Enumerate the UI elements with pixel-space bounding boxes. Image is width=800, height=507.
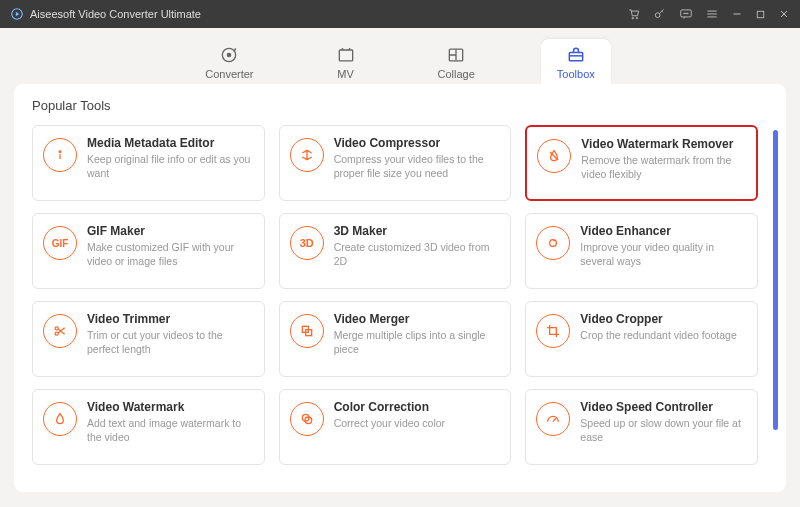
tool-title: Video Enhancer	[580, 224, 745, 238]
tool-video-compressor[interactable]: Video CompressorCompress your video file…	[279, 125, 512, 201]
3d-icon: 3D	[290, 226, 324, 260]
tab-converter[interactable]: Converter	[189, 39, 269, 84]
tools-panel: Popular Tools Media Metadata EditorKeep …	[14, 84, 786, 492]
tool-title: Color Correction	[334, 400, 445, 414]
info-icon	[43, 138, 77, 172]
compress-icon	[290, 138, 324, 172]
tool-title: Video Watermark	[87, 400, 252, 414]
section-title: Popular Tools	[32, 98, 768, 113]
merge-icon	[290, 314, 324, 348]
tool-video-merger[interactable]: Video MergerMerge multiple clips into a …	[279, 301, 512, 377]
gif-icon: GIF	[43, 226, 77, 260]
svg-point-6	[686, 13, 687, 14]
tool-desc: Compress your video files to the proper …	[334, 152, 499, 180]
tool-video-watermark-remover[interactable]: Video Watermark RemoverRemove the waterm…	[525, 125, 758, 201]
tab-collage[interactable]: Collage	[422, 39, 491, 84]
tool-desc: Correct your video color	[334, 416, 445, 430]
crop-icon	[536, 314, 570, 348]
svg-point-15	[550, 240, 557, 247]
minimize-icon[interactable]	[731, 8, 743, 20]
tool-color-correction[interactable]: Color CorrectionCorrect your video color	[279, 389, 512, 465]
tool-video-enhancer[interactable]: Video EnhancerImprove your video quality…	[525, 213, 758, 289]
tab-mv[interactable]: MV	[320, 39, 372, 84]
close-icon[interactable]	[778, 8, 790, 20]
svg-point-10	[228, 53, 231, 56]
tool-title: Video Merger	[334, 312, 499, 326]
key-icon[interactable]	[653, 7, 667, 21]
tool-3d-maker[interactable]: 3D 3D MakerCreate customized 3D video fr…	[279, 213, 512, 289]
tool-video-speed-controller[interactable]: Video Speed ControllerSpeed up or slow d…	[525, 389, 758, 465]
svg-point-14	[59, 151, 61, 153]
tool-desc: Remove the watermark from the video flex…	[581, 153, 744, 181]
tool-desc: Keep original file info or edit as you w…	[87, 152, 252, 180]
svg-point-7	[687, 13, 688, 14]
tool-desc: Add text and image watermark to the vide…	[87, 416, 252, 444]
tool-desc: Improve your video quality in several wa…	[580, 240, 745, 268]
tool-video-watermark[interactable]: Video WatermarkAdd text and image waterm…	[32, 389, 265, 465]
tool-title: Media Metadata Editor	[87, 136, 252, 150]
tool-title: Video Speed Controller	[580, 400, 745, 414]
feedback-icon[interactable]	[679, 7, 693, 21]
droplet-icon	[43, 402, 77, 436]
menu-icon[interactable]	[705, 7, 719, 21]
scrollbar-thumb[interactable]	[773, 130, 778, 430]
tab-label: Collage	[438, 68, 475, 80]
gauge-icon	[536, 402, 570, 436]
app-logo-icon	[10, 7, 24, 21]
tool-video-trimmer[interactable]: Video TrimmerTrim or cut your videos to …	[32, 301, 265, 377]
main-tabs: Converter MV Collage Toolbox	[0, 28, 800, 84]
titlebar-right	[627, 7, 790, 21]
droplet-off-icon	[537, 139, 571, 173]
svg-rect-11	[339, 50, 352, 61]
tool-gif-maker[interactable]: GIF GIF MakerMake customized GIF with yo…	[32, 213, 265, 289]
wand-icon	[536, 226, 570, 260]
tool-desc: Speed up or slow down your file at ease	[580, 416, 745, 444]
svg-rect-13	[569, 53, 582, 61]
tools-grid: Media Metadata EditorKeep original file …	[32, 125, 768, 465]
svg-point-3	[655, 13, 660, 18]
app-title: Aiseesoft Video Converter Ultimate	[30, 8, 201, 20]
cart-icon[interactable]	[627, 7, 641, 21]
scissors-icon	[43, 314, 77, 348]
scrollbar[interactable]	[773, 130, 778, 470]
color-icon	[290, 402, 324, 436]
tool-media-metadata-editor[interactable]: Media Metadata EditorKeep original file …	[32, 125, 265, 201]
tool-title: Video Watermark Remover	[581, 137, 744, 151]
tool-title: Video Trimmer	[87, 312, 252, 326]
tool-desc: Trim or cut your videos to the perfect l…	[87, 328, 252, 356]
svg-point-1	[632, 17, 634, 19]
tool-title: Video Cropper	[580, 312, 736, 326]
maximize-icon[interactable]	[755, 9, 766, 20]
tool-desc: Create customized 3D video from 2D	[334, 240, 499, 268]
tool-title: GIF Maker	[87, 224, 252, 238]
tool-desc: Merge multiple clips into a single piece	[334, 328, 499, 356]
tool-desc: Make customized GIF with your video or i…	[87, 240, 252, 268]
titlebar: Aiseesoft Video Converter Ultimate	[0, 0, 800, 28]
svg-point-5	[684, 13, 685, 14]
titlebar-left: Aiseesoft Video Converter Ultimate	[10, 7, 201, 21]
tab-label: Converter	[205, 68, 253, 80]
tab-label: MV	[337, 68, 354, 80]
svg-point-2	[636, 17, 638, 19]
tab-label: Toolbox	[557, 68, 595, 80]
svg-rect-8	[757, 11, 763, 17]
tab-toolbox[interactable]: Toolbox	[541, 39, 611, 84]
tool-video-cropper[interactable]: Video CropperCrop the redundant video fo…	[525, 301, 758, 377]
tool-title: Video Compressor	[334, 136, 499, 150]
tool-desc: Crop the redundant video footage	[580, 328, 736, 342]
tool-title: 3D Maker	[334, 224, 499, 238]
